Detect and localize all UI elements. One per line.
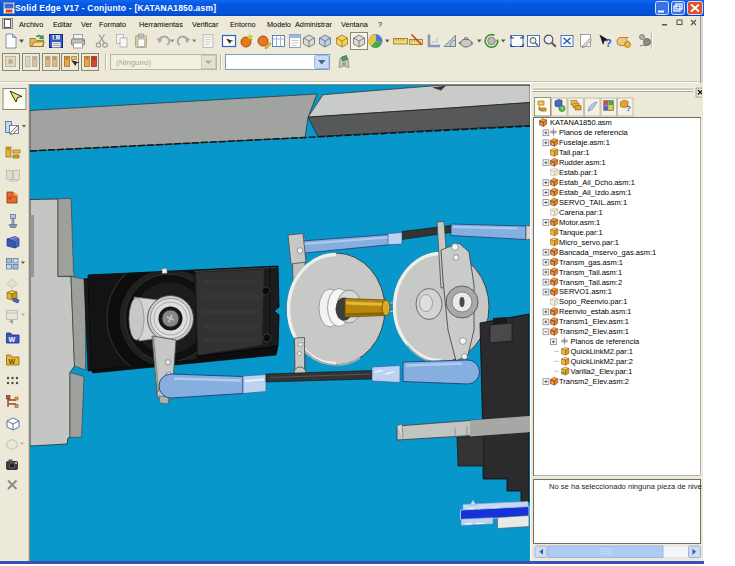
svg-text:Transm1_Elev.asm:1: Transm1_Elev.asm:1 — [559, 317, 629, 326]
svg-text:Carena.par:1: Carena.par:1 — [559, 208, 603, 217]
svg-text:SERVO1.asm:1: SERVO1.asm:1 — [559, 287, 612, 296]
svg-text:W: W — [9, 336, 16, 343]
svg-text:Transm_Tail.asm:2: Transm_Tail.asm:2 — [559, 278, 622, 287]
svg-text:QuickLinkM2.par:1: QuickLinkM2.par:1 — [571, 347, 634, 356]
svg-text:?: ? — [605, 37, 612, 49]
svg-text:Estab.par:1: Estab.par:1 — [559, 168, 597, 177]
svg-text:Varilla2_Elev.par:1: Varilla2_Elev.par:1 — [571, 367, 633, 376]
svg-text:W: W — [9, 358, 16, 365]
svg-text:Transm_Tail.asm:1: Transm_Tail.asm:1 — [559, 268, 622, 277]
svg-text:?: ? — [626, 104, 631, 113]
svg-text:Transm_gas.asm:1: Transm_gas.asm:1 — [559, 258, 623, 267]
svg-text:Fuselaje.asm:1: Fuselaje.asm:1 — [559, 138, 610, 147]
svg-text:Motor.asm:1: Motor.asm:1 — [559, 218, 600, 227]
svg-text:Tanque.par:1: Tanque.par:1 — [559, 228, 603, 237]
svg-text:Estab_Ail_Izdo.asm:1: Estab_Ail_Izdo.asm:1 — [559, 188, 632, 197]
svg-text:Micro_servo.par:1: Micro_servo.par:1 — [559, 238, 619, 247]
svg-text:(Ninguno): (Ninguno) — [116, 58, 151, 67]
svg-text:No se ha seleccionado ninguna: No se ha seleccionado ninguna pieza de n… — [549, 482, 702, 491]
svg-text:KATANA1850.asm: KATANA1850.asm — [550, 118, 612, 127]
svg-text:Bancada_mservo_gas.asm:1: Bancada_mservo_gas.asm:1 — [559, 248, 656, 257]
svg-text:SERVO_TAIL.asm:1: SERVO_TAIL.asm:1 — [559, 198, 627, 207]
svg-text:Tail.par:1: Tail.par:1 — [559, 148, 589, 157]
svg-text:Reenvio_estab.asm:1: Reenvio_estab.asm:1 — [559, 307, 632, 316]
svg-text:Estab_Ail_Dcho.asm:1: Estab_Ail_Dcho.asm:1 — [559, 178, 635, 187]
svg-text:Transm2_Elev.asm:1: Transm2_Elev.asm:1 — [559, 327, 629, 336]
svg-text:Planos de referencia: Planos de referencia — [559, 128, 629, 137]
svg-text:QuickLinkM2.par:2: QuickLinkM2.par:2 — [571, 357, 634, 366]
svg-text:Rudder.asm:1: Rudder.asm:1 — [559, 158, 606, 167]
svg-text:Sopo_Reenvio.par:1: Sopo_Reenvio.par:1 — [559, 297, 627, 306]
svg-text:Planos de referencia: Planos de referencia — [571, 337, 641, 346]
svg-text:Transm2_Elev.asm:2: Transm2_Elev.asm:2 — [559, 377, 629, 386]
